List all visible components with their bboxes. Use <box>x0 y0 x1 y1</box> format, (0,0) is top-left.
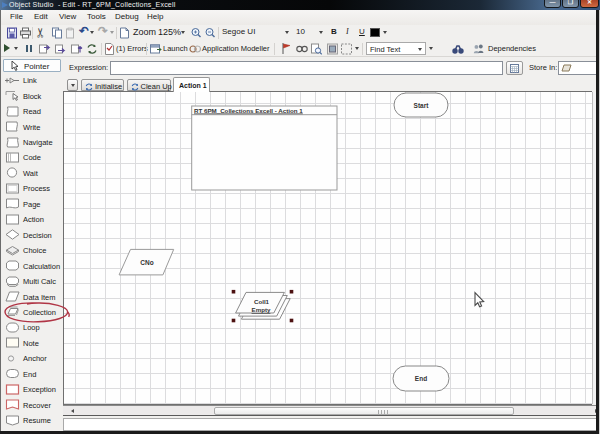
svg-text:End: End <box>415 375 427 382</box>
svg-text:CNo: CNo <box>140 259 153 266</box>
svg-text:Empty: Empty <box>252 306 271 313</box>
svg-text:Coll1: Coll1 <box>254 298 270 305</box>
svg-text:Start: Start <box>414 102 430 109</box>
svg-text:RT 6PM_Collections Excell - Ac: RT 6PM_Collections Excell - Action 1 <box>194 107 303 114</box>
